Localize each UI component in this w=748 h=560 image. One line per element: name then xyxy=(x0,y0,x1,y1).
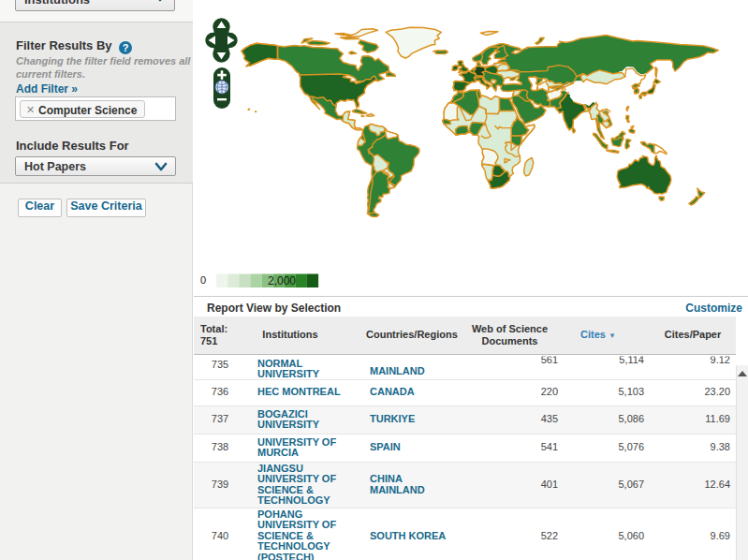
svg-text:2,000: 2,000 xyxy=(268,274,296,287)
svg-text:0: 0 xyxy=(200,274,206,286)
